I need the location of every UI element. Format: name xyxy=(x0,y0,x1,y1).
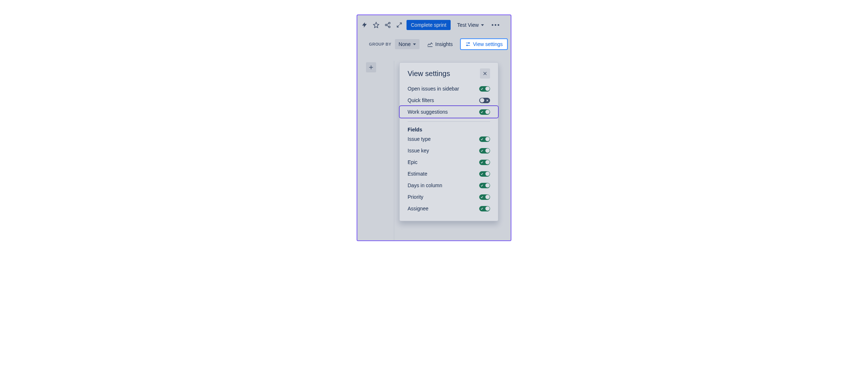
complete-sprint-button[interactable]: Complete sprint xyxy=(407,20,451,30)
svg-point-5 xyxy=(498,24,499,26)
setting-label: Epic xyxy=(408,159,417,165)
insights-button[interactable]: Insights xyxy=(423,39,456,50)
column-edge xyxy=(387,61,394,240)
toggle-switch[interactable] xyxy=(479,194,490,200)
check-icon xyxy=(480,110,484,114)
fields-section-label: Fields xyxy=(400,125,498,133)
section-divider xyxy=(408,121,490,122)
setting-row: Work suggestions xyxy=(400,106,498,118)
toggle-switch[interactable] xyxy=(479,206,490,211)
toggle-switch[interactable] xyxy=(479,160,490,165)
svg-point-1 xyxy=(385,24,387,26)
check-icon xyxy=(480,138,484,141)
star-icon[interactable] xyxy=(372,21,380,29)
setting-row: Priority xyxy=(400,191,498,203)
insights-label: Insights xyxy=(435,41,453,47)
view-settings-label: View settings xyxy=(473,41,503,47)
settings-rows: Open issues in sidebarQuick filtersWork … xyxy=(400,83,498,118)
board-frame: Complete sprint Test View GROUP BY None … xyxy=(357,14,511,241)
toggle-switch[interactable] xyxy=(479,98,490,103)
check-icon xyxy=(480,184,484,187)
check-icon xyxy=(480,196,484,199)
setting-row: Open issues in sidebar xyxy=(400,83,498,94)
setting-row: Quick filters xyxy=(400,94,498,106)
sliders-icon xyxy=(465,41,471,47)
setting-label: Quick filters xyxy=(408,97,434,103)
test-view-label: Test View xyxy=(457,22,479,28)
fields-rows: Issue typeIssue keyEpicEstimateDays in c… xyxy=(400,133,498,214)
check-icon xyxy=(480,207,484,210)
svg-point-4 xyxy=(494,24,496,26)
svg-point-0 xyxy=(388,22,390,24)
toggle-switch[interactable] xyxy=(479,183,490,188)
more-menu-button[interactable] xyxy=(490,20,501,30)
setting-label: Days in column xyxy=(408,182,442,188)
close-icon xyxy=(482,71,488,76)
toggle-switch[interactable] xyxy=(479,109,490,115)
automation-icon[interactable] xyxy=(360,21,369,29)
test-view-dropdown[interactable]: Test View xyxy=(454,20,488,30)
chart-icon xyxy=(427,41,433,47)
panel-header: View settings xyxy=(400,68,498,83)
setting-label: Work suggestions xyxy=(408,109,448,115)
setting-row: Assignee xyxy=(400,203,498,214)
expand-icon[interactable] xyxy=(395,21,404,29)
view-settings-panel: View settings Open issues in sidebarQuic… xyxy=(399,62,498,221)
add-column-button[interactable] xyxy=(366,62,376,72)
svg-point-6 xyxy=(468,42,469,43)
plus-icon xyxy=(368,64,374,71)
cross-icon xyxy=(486,99,489,102)
top-toolbar: Complete sprint Test View xyxy=(360,20,508,30)
setting-label: Issue key xyxy=(408,148,429,154)
setting-row: Estimate xyxy=(400,168,498,180)
setting-label: Assignee xyxy=(408,206,429,211)
setting-row: Issue key xyxy=(400,145,498,156)
svg-point-2 xyxy=(388,26,390,28)
setting-label: Open issues in sidebar xyxy=(408,86,459,92)
svg-point-7 xyxy=(467,45,468,46)
svg-point-3 xyxy=(492,24,493,26)
check-icon xyxy=(480,161,484,164)
setting-row: Epic xyxy=(400,156,498,168)
chevron-down-icon xyxy=(413,43,416,45)
setting-label: Issue type xyxy=(408,136,431,142)
sub-toolbar: GROUP BY None Insights View settings xyxy=(369,38,508,50)
panel-title: View settings xyxy=(408,70,450,78)
toggle-switch[interactable] xyxy=(479,171,490,177)
setting-row: Days in column xyxy=(400,180,498,191)
group-by-dropdown[interactable]: None xyxy=(395,39,419,49)
setting-label: Estimate xyxy=(408,171,427,177)
setting-label: Priority xyxy=(408,194,424,200)
share-icon[interactable] xyxy=(383,21,392,29)
group-by-value: None xyxy=(399,41,410,47)
group-by-label: GROUP BY xyxy=(369,42,391,46)
toggle-switch[interactable] xyxy=(479,148,490,154)
setting-row: Issue type xyxy=(400,133,498,145)
chevron-down-icon xyxy=(481,24,484,26)
check-icon xyxy=(480,87,484,91)
toggle-switch[interactable] xyxy=(479,136,490,142)
check-icon xyxy=(480,149,484,152)
view-settings-button[interactable]: View settings xyxy=(460,38,508,50)
close-panel-button[interactable] xyxy=(480,68,490,79)
check-icon xyxy=(480,172,484,176)
toggle-switch[interactable] xyxy=(479,86,490,92)
